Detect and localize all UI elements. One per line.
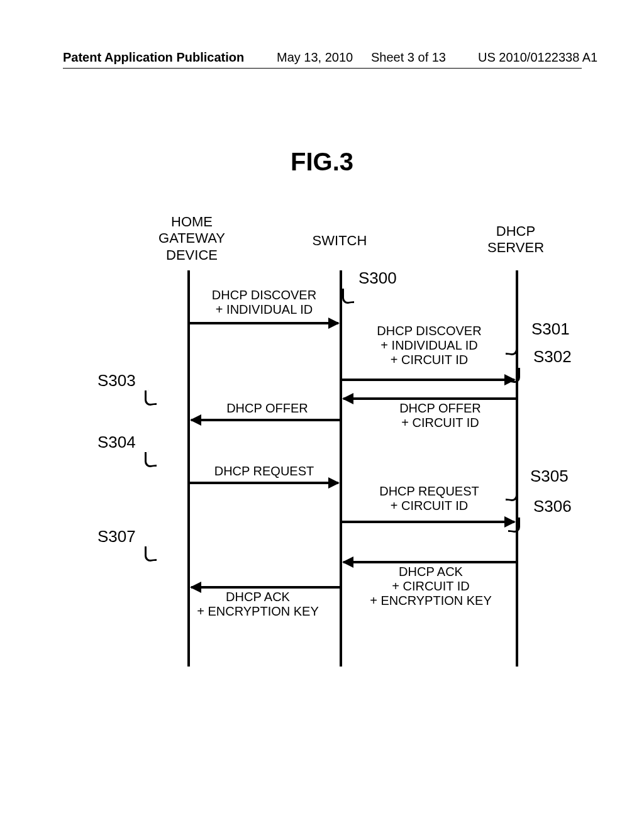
actor-switch: SWITCH (296, 233, 384, 249)
tick-s307 (145, 545, 157, 562)
page-root: Patent Application Publication May 13, 2… (0, 0, 644, 830)
tick-s300 (342, 287, 354, 304)
actor-dhcp-server: DHCPSERVER (472, 223, 560, 257)
tick-s301 (506, 339, 518, 356)
step-label-s301: S301 (531, 319, 570, 339)
arrow-s304 (190, 482, 338, 484)
message-s303: DHCP OFFER (198, 401, 336, 416)
header-pubnum: US 2010/0122338 A1 (478, 50, 597, 65)
message-s305: DHCP REQUEST+ CIRCUIT ID (349, 484, 509, 513)
header-sheet: Sheet 3 of 13 (371, 50, 446, 65)
step-label-s302: S302 (533, 347, 572, 367)
step-label-s305: S305 (530, 467, 569, 486)
tick-s306 (508, 516, 520, 533)
step-label-s300: S300 (358, 268, 397, 288)
arrow-s306 (343, 561, 516, 563)
tick-s304 (145, 451, 157, 468)
tick-s303 (145, 389, 157, 406)
lifeline-switch (340, 270, 342, 667)
message-s301: DHCP DISCOVER+ INDIVIDUAL ID+ CIRCUIT ID (349, 324, 509, 367)
arrow-s307 (191, 586, 340, 589)
message-s304: DHCP REQUEST (189, 464, 340, 479)
actor-home-gateway: HOMEGATEWAYDEVICE (142, 214, 242, 263)
message-s306: DHCP ACK+ CIRCUIT ID+ ENCRYPTION KEY (346, 565, 516, 608)
arrow-s305 (342, 521, 514, 523)
tick-s302 (508, 367, 520, 384)
tick-s305 (506, 485, 518, 502)
figure-title: FIG.3 (0, 148, 644, 176)
step-label-s307: S307 (97, 527, 136, 546)
arrow-s301 (342, 379, 514, 381)
header-publication: Patent Application Publication (63, 50, 244, 65)
arrow-s303 (191, 419, 340, 421)
message-s302: DHCP OFFER+ CIRCUIT ID (365, 401, 516, 430)
arrow-s302 (343, 397, 516, 400)
header-rule (63, 68, 582, 69)
step-label-s306: S306 (533, 497, 572, 516)
lifeline-dhcp-server (516, 270, 518, 667)
step-label-s304: S304 (97, 433, 136, 452)
message-s307: DHCP ACK+ ENCRYPTION KEY (176, 590, 340, 619)
message-s300: DHCP DISCOVER+ INDIVIDUAL ID (189, 288, 340, 317)
step-label-s303: S303 (97, 371, 136, 390)
header-date: May 13, 2010 (277, 50, 353, 65)
arrow-s300 (190, 322, 338, 324)
